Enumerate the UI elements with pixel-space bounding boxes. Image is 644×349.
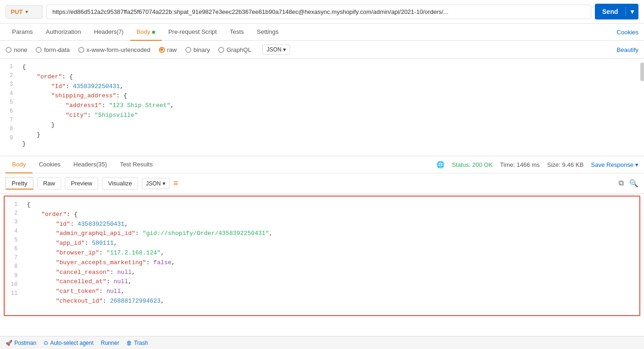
copy-icon[interactable]: ⧉ bbox=[619, 179, 624, 188]
resp-format-raw[interactable]: Raw bbox=[37, 177, 61, 190]
status-size: Size: 9.46 KB bbox=[547, 161, 584, 168]
send-button[interactable]: Send ▾ bbox=[595, 4, 638, 19]
response-status-bar: 🌐 Status: 200 OK Time: 1466 ms Size: 9.4… bbox=[436, 161, 638, 168]
response-tabs-bar: Body Cookies Headers(35) Test Results 🌐 … bbox=[0, 156, 644, 173]
format-graphql[interactable]: GraphQL bbox=[218, 46, 251, 53]
json-chevron-icon: ▾ bbox=[283, 46, 286, 53]
method-chevron-icon: ▾ bbox=[25, 9, 28, 14]
resp-json-dropdown[interactable]: JSON ▾ bbox=[142, 178, 170, 189]
filter-icon[interactable]: ≡ bbox=[173, 178, 178, 188]
resp-tab-cookies[interactable]: Cookies bbox=[32, 156, 67, 173]
resp-tab-headers[interactable]: Headers(35) bbox=[67, 156, 114, 173]
tab-headers[interactable]: Headers(7) bbox=[88, 24, 130, 41]
status-time: Time: 1466 ms bbox=[500, 161, 540, 168]
tab-settings[interactable]: Settings bbox=[250, 24, 285, 41]
format-raw[interactable]: raw bbox=[159, 46, 177, 53]
globe-icon: 🌐 bbox=[436, 161, 444, 168]
radio-graphql bbox=[218, 47, 224, 53]
beautify-link[interactable]: Beautify bbox=[617, 46, 638, 53]
resp-format-pretty[interactable]: Pretty bbox=[6, 177, 33, 190]
radio-none bbox=[6, 47, 12, 53]
response-format-bar: Pretty Raw Preview Visualize JSON ▾ ≡ ⧉ … bbox=[0, 173, 644, 194]
body-active-dot bbox=[152, 31, 155, 34]
save-response-button[interactable]: Save Response ▾ bbox=[591, 161, 638, 168]
response-line-numbers: 1 2 3 4 5 6 7 8 9 10 11 bbox=[5, 197, 23, 310]
response-body-editor[interactable]: 1 2 3 4 5 6 7 8 9 10 11 { "order": { "id… bbox=[4, 196, 640, 316]
body-format-bar: none form-data x-www-form-urlencoded raw… bbox=[0, 41, 644, 59]
radio-url-encoded bbox=[78, 47, 84, 53]
resp-json-chevron-icon: ▾ bbox=[163, 180, 165, 187]
resp-format-visualize[interactable]: Visualize bbox=[102, 177, 138, 190]
request-tabs: Params Authorization Headers(7) Body Pre… bbox=[0, 24, 644, 41]
request-body-editor[interactable]: 1 2 3 4 5 6 7 8 9 { "order": { "Id": 435… bbox=[0, 59, 644, 156]
tab-tests[interactable]: Tests bbox=[223, 24, 250, 41]
search-icon[interactable]: 🔍 bbox=[629, 179, 638, 188]
top-bar: PUT ▾ Send ▾ bbox=[0, 0, 644, 24]
tab-body[interactable]: Body bbox=[130, 24, 162, 41]
send-button-label: Send bbox=[595, 8, 625, 15]
tab-params[interactable]: Params bbox=[6, 24, 39, 41]
radio-raw bbox=[159, 47, 165, 53]
resp-format-preview[interactable]: Preview bbox=[65, 177, 98, 190]
request-scrollbar[interactable] bbox=[640, 63, 644, 81]
request-line-numbers: 1 2 3 4 5 6 7 8 9 bbox=[0, 59, 19, 153]
format-url-encoded[interactable]: x-www-form-urlencoded bbox=[78, 46, 151, 53]
cookies-link[interactable]: Cookies bbox=[617, 29, 638, 36]
request-code-content: { "order": { "Id": 4358392250431, "shipp… bbox=[19, 59, 644, 153]
tab-authorization[interactable]: Authorization bbox=[39, 24, 88, 41]
format-binary[interactable]: binary bbox=[185, 46, 210, 53]
status-ok: Status: 200 OK bbox=[452, 161, 492, 168]
format-none[interactable]: none bbox=[6, 46, 27, 53]
send-arrow-icon[interactable]: ▾ bbox=[626, 8, 638, 15]
method-selector[interactable]: PUT ▾ bbox=[6, 5, 43, 19]
resp-tab-body[interactable]: Body bbox=[6, 156, 32, 173]
radio-form-data bbox=[36, 47, 42, 53]
response-code-content: { "order": { "id": 4358392250431, "admin… bbox=[23, 197, 639, 310]
radio-binary bbox=[185, 47, 191, 53]
format-form-data[interactable]: form-data bbox=[36, 46, 70, 53]
resp-tab-test-results[interactable]: Test Results bbox=[114, 156, 159, 173]
json-type-dropdown[interactable]: JSON ▾ bbox=[262, 44, 290, 55]
method-label: PUT bbox=[11, 8, 23, 15]
tab-pre-request-script[interactable]: Pre-request Script bbox=[162, 24, 223, 41]
url-input[interactable] bbox=[46, 5, 591, 19]
